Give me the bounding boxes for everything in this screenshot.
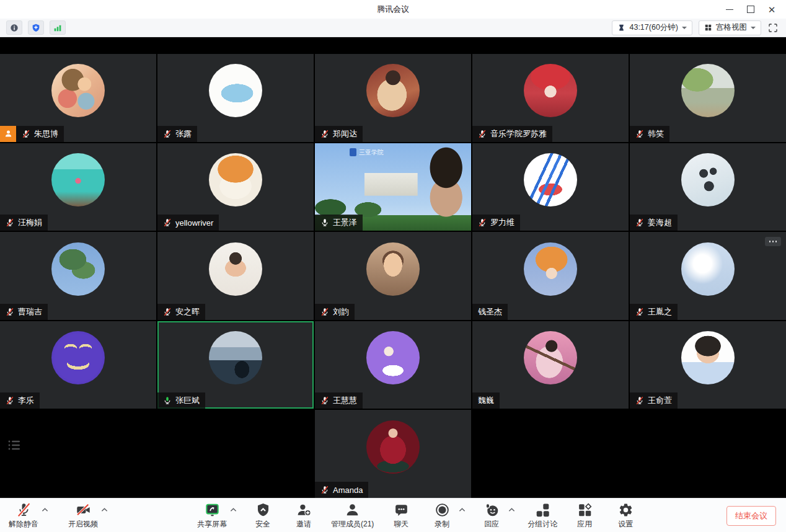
- participant-tile[interactable]: 李乐: [0, 321, 156, 409]
- name-chip: yellowriver: [157, 215, 219, 231]
- manage-members-label: 管理成员(21): [331, 519, 374, 530]
- reaction-chevron-icon[interactable]: [508, 507, 515, 512]
- name-chip: 音乐学院罗苏雅: [472, 126, 552, 142]
- participant-tile[interactable]: 朱思博: [0, 54, 156, 142]
- apps-button[interactable]: 应用: [571, 502, 598, 530]
- participant-tile[interactable]: 汪梅娟: [0, 143, 156, 231]
- participant-name: 韩笑: [648, 128, 664, 140]
- participant-grid: 朱思博 张露: [0, 54, 786, 498]
- manage-members-button[interactable]: 管理成员(21): [331, 502, 374, 530]
- participant-tile[interactable]: 王胤之: [630, 232, 786, 320]
- network-status-button[interactable]: [50, 20, 66, 35]
- participant-tile[interactable]: 张露: [157, 54, 314, 142]
- participant-tile[interactable]: 郑闻达: [315, 54, 471, 142]
- info-icon: [9, 23, 19, 33]
- host-person-icon: [4, 129, 13, 138]
- participant-name: 王俞萱: [648, 395, 672, 406]
- name-chip: 韩笑: [630, 126, 669, 142]
- chat-button[interactable]: 聊天: [387, 502, 415, 530]
- unmute-button[interactable]: 解除静音: [9, 502, 38, 530]
- breakout-rooms-button[interactable]: 分组讨论: [528, 502, 557, 530]
- participant-tile[interactable]: 张巨斌: [157, 321, 314, 409]
- view-caret-icon: [751, 27, 756, 29]
- empty-cell: [472, 410, 629, 498]
- participant-tile[interactable]: 魏巍: [472, 321, 629, 409]
- participant-tile[interactable]: 刘韵: [315, 232, 471, 320]
- participant-tile[interactable]: 安之晖: [157, 232, 314, 320]
- share-screen-chevron-icon[interactable]: [230, 507, 237, 512]
- apps-label: 应用: [577, 519, 592, 530]
- security-label: 安全: [255, 519, 270, 530]
- participant-tile[interactable]: 王俞萱: [630, 321, 786, 409]
- participant-avatar: [524, 64, 577, 117]
- empty-cell: [630, 410, 786, 498]
- view-mode-dropdown[interactable]: 宫格视图: [699, 20, 761, 35]
- fullscreen-button[interactable]: [767, 22, 779, 33]
- participant-tile[interactable]: 王慧慧: [315, 321, 471, 409]
- participant-avatar: [51, 242, 105, 296]
- minimize-button[interactable]: [719, 0, 740, 19]
- share-screen-button[interactable]: 共享屏幕: [197, 502, 227, 530]
- participant-namebar: 罗力维: [472, 215, 520, 231]
- topbar-right-controls: 43:17(60分钟) 宫格视图: [612, 20, 779, 35]
- start-video-chevron-icon[interactable]: [101, 507, 108, 512]
- participant-namebar: 李乐: [0, 392, 40, 409]
- participant-name: 钱圣杰: [478, 306, 502, 317]
- empty-cell: [157, 410, 314, 498]
- participant-name: yellowriver: [175, 218, 213, 228]
- name-chip: 魏巍: [472, 392, 500, 409]
- participant-avatar: [366, 420, 420, 474]
- participant-avatar: [681, 64, 735, 117]
- participant-namebar: 汪梅娟: [0, 215, 48, 231]
- participant-name: 郑闻达: [333, 128, 357, 140]
- participant-namebar: 张露: [157, 126, 197, 142]
- name-chip: 钱圣杰: [472, 304, 508, 320]
- participant-name: 罗力维: [490, 217, 514, 228]
- participant-tile[interactable]: 钱圣杰: [472, 232, 629, 320]
- participant-namebar: 王慧慧: [315, 392, 363, 409]
- name-chip: 安之晖: [157, 304, 205, 320]
- security-button[interactable]: 安全: [249, 502, 276, 530]
- chat-label: 聊天: [394, 519, 408, 530]
- meeting-bottom-toolbar: 解除静音 开启视频 共享屏幕: [0, 498, 786, 532]
- settings-button[interactable]: 设置: [612, 502, 639, 530]
- end-meeting-button[interactable]: 结束会议: [726, 506, 776, 526]
- mic-status-icon: [6, 218, 14, 227]
- participant-tile[interactable]: 韩笑: [630, 54, 786, 142]
- mic-status-icon: [320, 485, 329, 494]
- reaction-button[interactable]: 回应: [478, 502, 505, 530]
- host-badge: [0, 126, 16, 142]
- participant-tile[interactable]: 姜海超: [630, 143, 786, 231]
- participant-tile[interactable]: 罗力维: [472, 143, 629, 231]
- participant-tile[interactable]: 三亚学院 王景泽: [315, 143, 471, 231]
- member-list-float-icon[interactable]: [6, 437, 22, 453]
- participant-namebar: 刘韵: [315, 304, 355, 320]
- name-chip: 李乐: [0, 392, 40, 409]
- close-button[interactable]: ✕: [761, 0, 782, 19]
- participant-namebar: 王景泽: [315, 215, 363, 231]
- participant-avatar: [681, 242, 735, 296]
- record-chevron-icon[interactable]: [459, 507, 466, 512]
- mic-status-icon: [478, 218, 487, 227]
- participant-tile[interactable]: yellowriver: [157, 143, 314, 231]
- participant-namebar: 王俞萱: [630, 392, 678, 409]
- name-chip: 王景泽: [315, 215, 363, 231]
- meeting-timer-dropdown[interactable]: 43:17(60分钟): [612, 20, 692, 35]
- participant-avatar: [51, 64, 105, 117]
- participant-tile[interactable]: 曹瑞吉: [0, 232, 156, 320]
- maximize-button[interactable]: [740, 0, 761, 19]
- record-button[interactable]: 录制: [428, 502, 456, 530]
- tile-more-button[interactable]: [765, 237, 781, 246]
- invite-button[interactable]: 邀请: [290, 502, 317, 530]
- mic-status-icon: [163, 218, 172, 227]
- unmute-chevron-icon[interactable]: [42, 507, 48, 512]
- participant-tile[interactable]: 音乐学院罗苏雅: [472, 54, 629, 142]
- participant-tile[interactable]: Amanda: [315, 410, 471, 498]
- window-title: 腾讯会议: [0, 4, 786, 15]
- name-chip: 曹瑞吉: [0, 304, 48, 320]
- name-chip: 张巨斌: [157, 392, 205, 409]
- start-video-button[interactable]: 开启视频: [68, 502, 98, 530]
- meeting-security-button[interactable]: [28, 20, 44, 35]
- shield-plus-icon: [31, 23, 41, 33]
- meeting-info-button[interactable]: [6, 20, 22, 35]
